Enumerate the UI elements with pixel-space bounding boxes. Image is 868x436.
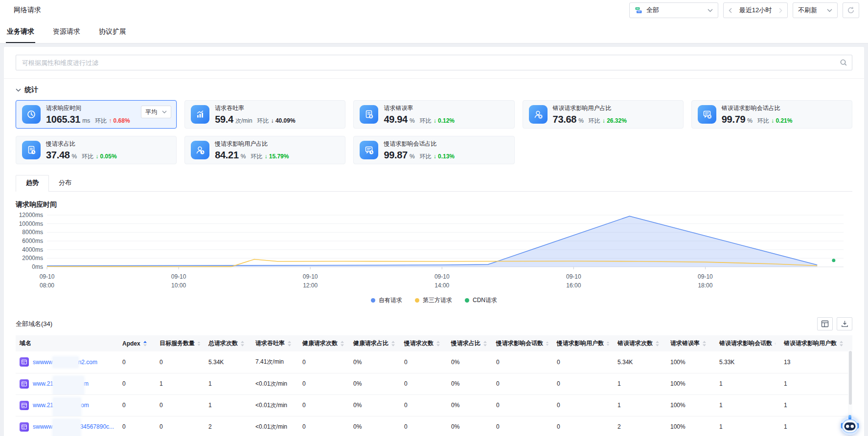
stat-card-error-rate[interactable]: 请求错误率 49.94 % 环比 ↓ 0.12% [353, 100, 514, 129]
stat-card-throughput[interactable]: 请求吞吐率 59.4 次/min 环比 ↓ 40.09% [184, 100, 345, 129]
column-header[interactable]: 慢请求次数 [400, 335, 447, 351]
table-cell: 0 [156, 416, 205, 436]
compare-label: 环比 [589, 117, 600, 125]
legend-label: 第三方请求 [423, 296, 452, 305]
search-icon[interactable] [840, 59, 847, 66]
card-unit: % [72, 153, 77, 160]
column-config-button[interactable] [817, 317, 833, 330]
trend-value: ↓ 26.32% [602, 117, 627, 124]
stat-card-slow-ratio[interactable]: 慢请求占比 37.48 % 环比 ↓ 0.05% [16, 136, 177, 164]
table-cell: 5.34K [614, 351, 666, 373]
redacted-text [53, 424, 80, 430]
domain-link[interactable]: swwww34567890c... [33, 423, 114, 430]
table-cell: 5.34K [205, 351, 251, 373]
doc-error-icon [360, 105, 378, 124]
stat-card-slow-user-ratio[interactable]: 慢请求影响用户占比 84.21 % 环比 ↓ 15.79% [184, 136, 345, 164]
card-unit: ms [82, 117, 90, 124]
table-cell: 0% [447, 373, 492, 394]
column-header[interactable]: 慢请求影响用户数 [553, 335, 614, 351]
doc-slow-icon [22, 141, 41, 159]
table-row[interactable]: swwww34567890c...002<0.01次/min00%00%0021… [16, 416, 852, 436]
download-button[interactable] [837, 317, 852, 330]
legend-item[interactable]: CDN请求 [465, 296, 497, 305]
column-header[interactable]: 慢请求占比 [447, 335, 492, 351]
tab-protocol-extension[interactable]: 协议扩展 [98, 22, 127, 43]
assistant-robot-icon[interactable] [839, 414, 861, 436]
column-header[interactable]: Apdex [118, 335, 156, 351]
table-title-bar: 全部域名(34) [16, 317, 852, 330]
tab-distribution[interactable]: 分布 [49, 175, 81, 191]
legend-item[interactable]: 自有请求 [371, 296, 402, 305]
stat-card-error-session-ratio[interactable]: 错误请求影响会话占比 99.79 % 环比 ↓ 0.21% [691, 100, 852, 129]
sort-caret-icon [775, 341, 776, 347]
chevron-down-icon [708, 9, 713, 12]
column-header[interactable]: 错误请求影响会话数 [715, 335, 780, 351]
divider [4, 78, 864, 79]
table-cell: 1 [780, 394, 852, 416]
legend-dot-icon [415, 298, 419, 303]
legend-label: CDN请求 [473, 296, 497, 305]
filter-input[interactable] [16, 55, 852, 70]
download-icon [841, 320, 848, 327]
table-cell: 0% [349, 373, 400, 394]
bar-chart-up-icon [191, 105, 209, 124]
column-header[interactable]: 总请求次数 [205, 335, 251, 351]
tab-business-requests[interactable]: 业务请求 [6, 22, 35, 43]
stat-card-response-time[interactable]: 请求响应时间 1065.31 ms 环比 ↑ 0.68% 平均 [16, 100, 177, 129]
table-cell: 1 [614, 394, 666, 416]
time-range-value: 最近12小时 [739, 6, 772, 15]
table-row[interactable]: swwwwn2.com005.34K7.41次/min00%00%005.34K… [16, 351, 852, 373]
chevron-left-icon[interactable] [729, 8, 732, 13]
compare-label: 环比 [95, 117, 107, 125]
domain-link[interactable]: www.21om [33, 402, 89, 409]
time-range-picker[interactable]: 最近12小时 [723, 2, 788, 18]
table-cell: 0% [349, 351, 400, 373]
table-cell: 0 [298, 373, 349, 394]
redacted-text [53, 359, 78, 365]
table-cell: 0 [492, 416, 553, 436]
statistics-section-toggle[interactable]: 统计 [16, 86, 852, 94]
stat-card-error-user-ratio[interactable]: 错误请求影响用户占比 73.68 % 环比 ↓ 26.32% [523, 100, 684, 129]
table-cell: 0 [118, 351, 156, 373]
column-header[interactable]: 慢请求影响会话数 [492, 335, 553, 351]
svg-text:12:00: 12:00 [303, 282, 318, 289]
domain-link[interactable]: swwwwn2.com [33, 359, 97, 366]
card-unit: % [410, 117, 415, 124]
column-header[interactable]: 健康请求占比 [349, 335, 400, 351]
column-header[interactable]: 目标服务数量 [156, 335, 205, 351]
trend-value: ↓ 0.13% [434, 153, 455, 160]
card-title: 请求响应时间 [46, 104, 130, 112]
table-row[interactable]: www.21m011<0.01次/min00%00%001100%11 [16, 373, 852, 394]
table-cell: 100% [666, 373, 715, 394]
filter-bar [16, 55, 852, 70]
chevron-right-icon[interactable] [779, 8, 782, 13]
tab-trend[interactable]: 趋势 [16, 175, 49, 192]
app-selector-value: 全部 [646, 6, 704, 15]
column-header[interactable]: 错误请求影响用户数 [780, 335, 852, 351]
compare-label: 环比 [257, 117, 269, 125]
tab-resource-requests[interactable]: 资源请求 [52, 22, 81, 43]
app-selector[interactable]: 全部 [629, 2, 718, 18]
column-header[interactable]: 错误请求次数 [614, 335, 666, 351]
refresh-mode-select[interactable]: 不刷新 [793, 2, 838, 18]
domain-link[interactable]: www.21m [33, 380, 89, 387]
trend-chart[interactable]: 0ms2000ms4000ms6000ms8000ms10000ms12000m… [16, 212, 852, 294]
table-cell: 2 [614, 416, 666, 436]
top-bar-controls: 全部 最近12小时 不刷新 [629, 2, 859, 18]
redacted-text [53, 402, 81, 408]
card-value: 99.79 [722, 114, 746, 125]
stat-card-slow-session-ratio[interactable]: 慢请求影响会话占比 99.87 % 环比 ↓ 0.13% [353, 136, 514, 164]
table-cell: 0 [553, 351, 614, 373]
column-header[interactable]: 请求吞吐率 [251, 335, 298, 351]
column-header[interactable]: 健康请求次数 [298, 335, 349, 351]
table-cell: 0% [447, 351, 492, 373]
table-row[interactable]: www.21om001<0.01次/min00%00%001100%11 [16, 394, 852, 416]
svg-text:18:00: 18:00 [698, 282, 712, 289]
refresh-button[interactable] [843, 2, 859, 18]
legend-item[interactable]: 第三方请求 [415, 296, 452, 305]
aggregation-select[interactable]: 平均 [141, 106, 171, 118]
column-header[interactable]: 请求错误率 [666, 335, 715, 351]
redacted-text [53, 381, 84, 387]
sort-caret-icon [436, 341, 440, 347]
card-value: 37.48 [46, 150, 70, 161]
